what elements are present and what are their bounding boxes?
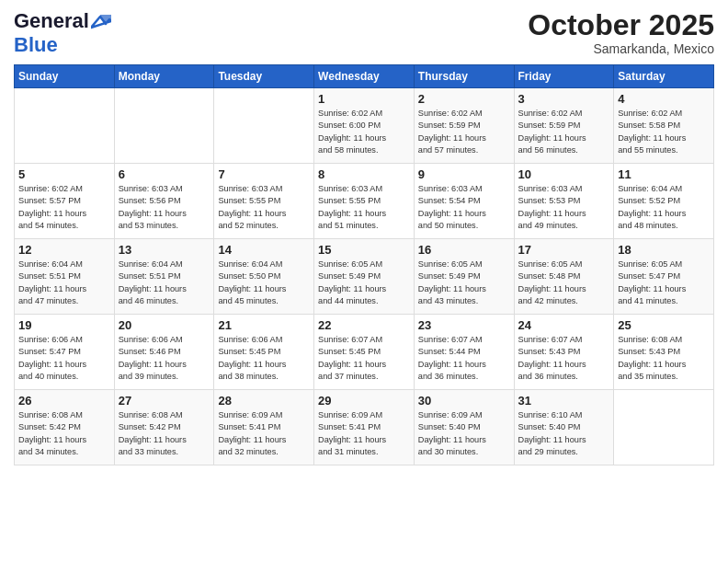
day-info: Sunrise: 6:02 AM Sunset: 5:59 PM Dayligh…	[518, 108, 610, 156]
title-block: October 2025 Samarkanda, Mexico	[528, 9, 714, 56]
header-day-thursday: Thursday	[414, 65, 514, 88]
day-cell: 7Sunrise: 6:03 AM Sunset: 5:55 PM Daylig…	[214, 164, 314, 239]
day-number: 15	[318, 243, 410, 257]
week-row-5: 26Sunrise: 6:08 AM Sunset: 5:42 PM Dayli…	[15, 390, 714, 465]
day-cell: 29Sunrise: 6:09 AM Sunset: 5:41 PM Dayli…	[314, 390, 415, 465]
week-row-2: 5Sunrise: 6:02 AM Sunset: 5:57 PM Daylig…	[15, 164, 714, 239]
day-number: 14	[218, 243, 310, 257]
day-cell: 19Sunrise: 6:06 AM Sunset: 5:47 PM Dayli…	[15, 315, 115, 390]
logo: General Blue	[14, 9, 111, 57]
day-number: 17	[518, 243, 610, 257]
day-cell: 9Sunrise: 6:03 AM Sunset: 5:54 PM Daylig…	[414, 164, 514, 239]
day-number: 6	[119, 167, 210, 181]
month-title: October 2025	[528, 9, 714, 41]
header-day-wednesday: Wednesday	[314, 65, 415, 88]
day-info: Sunrise: 6:02 AM Sunset: 6:00 PM Dayligh…	[318, 108, 410, 156]
logo-blue: Blue	[14, 33, 58, 56]
week-row-1: 1Sunrise: 6:02 AM Sunset: 6:00 PM Daylig…	[15, 88, 714, 164]
header-day-saturday: Saturday	[614, 65, 714, 88]
day-info: Sunrise: 6:03 AM Sunset: 5:53 PM Dayligh…	[518, 183, 610, 232]
day-cell: 17Sunrise: 6:05 AM Sunset: 5:48 PM Dayli…	[514, 239, 614, 315]
day-number: 10	[518, 167, 610, 181]
day-info: Sunrise: 6:02 AM Sunset: 5:59 PM Dayligh…	[418, 108, 510, 156]
day-number: 5	[18, 167, 110, 181]
day-cell: 1Sunrise: 6:02 AM Sunset: 6:00 PM Daylig…	[314, 88, 415, 164]
day-info: Sunrise: 6:09 AM Sunset: 5:40 PM Dayligh…	[418, 409, 510, 458]
day-info: Sunrise: 6:04 AM Sunset: 5:51 PM Dayligh…	[18, 259, 110, 307]
day-cell: 10Sunrise: 6:03 AM Sunset: 5:53 PM Dayli…	[514, 164, 614, 239]
day-number: 22	[318, 318, 410, 332]
day-info: Sunrise: 6:08 AM Sunset: 5:42 PM Dayligh…	[119, 409, 210, 458]
day-cell: 23Sunrise: 6:07 AM Sunset: 5:44 PM Dayli…	[414, 315, 514, 390]
day-number: 26	[18, 394, 110, 408]
day-cell: 8Sunrise: 6:03 AM Sunset: 5:55 PM Daylig…	[314, 164, 415, 239]
day-info: Sunrise: 6:06 AM Sunset: 5:46 PM Dayligh…	[119, 334, 210, 383]
logo-general: General	[14, 9, 89, 33]
day-info: Sunrise: 6:03 AM Sunset: 5:56 PM Dayligh…	[119, 183, 210, 232]
day-number: 8	[318, 167, 410, 181]
day-info: Sunrise: 6:06 AM Sunset: 5:47 PM Dayligh…	[18, 334, 110, 383]
day-number: 25	[618, 318, 710, 332]
day-cell: 14Sunrise: 6:04 AM Sunset: 5:50 PM Dayli…	[214, 239, 314, 315]
day-number: 13	[119, 243, 210, 257]
day-number: 12	[18, 243, 110, 257]
day-info: Sunrise: 6:04 AM Sunset: 5:50 PM Dayligh…	[218, 259, 310, 307]
page-container: General Blue October 2025 Samarkanda, Me…	[0, 0, 728, 475]
day-number: 7	[218, 167, 310, 181]
logo-icon	[91, 15, 111, 29]
day-cell: 24Sunrise: 6:07 AM Sunset: 5:43 PM Dayli…	[514, 315, 614, 390]
calendar-table: SundayMondayTuesdayWednesdayThursdayFrid…	[14, 64, 714, 465]
day-info: Sunrise: 6:03 AM Sunset: 5:54 PM Dayligh…	[418, 183, 510, 232]
day-cell	[614, 390, 714, 465]
day-info: Sunrise: 6:06 AM Sunset: 5:45 PM Dayligh…	[218, 334, 310, 383]
day-info: Sunrise: 6:10 AM Sunset: 5:40 PM Dayligh…	[518, 409, 610, 458]
day-cell: 20Sunrise: 6:06 AM Sunset: 5:46 PM Dayli…	[114, 315, 214, 390]
day-info: Sunrise: 6:08 AM Sunset: 5:43 PM Dayligh…	[618, 334, 710, 383]
day-cell: 11Sunrise: 6:04 AM Sunset: 5:52 PM Dayli…	[614, 164, 714, 239]
day-cell: 13Sunrise: 6:04 AM Sunset: 5:51 PM Dayli…	[114, 239, 214, 315]
day-number: 28	[218, 394, 310, 408]
day-info: Sunrise: 6:03 AM Sunset: 5:55 PM Dayligh…	[318, 183, 410, 232]
header-day-monday: Monday	[114, 65, 214, 88]
day-info: Sunrise: 6:04 AM Sunset: 5:51 PM Dayligh…	[119, 259, 210, 307]
day-number: 9	[418, 167, 510, 181]
day-number: 29	[318, 394, 410, 408]
header-day-tuesday: Tuesday	[214, 65, 314, 88]
day-number: 1	[318, 92, 410, 106]
day-info: Sunrise: 6:05 AM Sunset: 5:48 PM Dayligh…	[518, 259, 610, 307]
day-info: Sunrise: 6:05 AM Sunset: 5:47 PM Dayligh…	[618, 259, 710, 307]
day-number: 2	[418, 92, 510, 106]
day-info: Sunrise: 6:02 AM Sunset: 5:57 PM Dayligh…	[18, 183, 110, 232]
day-info: Sunrise: 6:07 AM Sunset: 5:44 PM Dayligh…	[418, 334, 510, 383]
day-cell: 18Sunrise: 6:05 AM Sunset: 5:47 PM Dayli…	[614, 239, 714, 315]
day-cell: 16Sunrise: 6:05 AM Sunset: 5:49 PM Dayli…	[414, 239, 514, 315]
day-number: 31	[518, 394, 610, 408]
header: General Blue October 2025 Samarkanda, Me…	[14, 9, 714, 57]
day-cell: 6Sunrise: 6:03 AM Sunset: 5:56 PM Daylig…	[114, 164, 214, 239]
day-info: Sunrise: 6:08 AM Sunset: 5:42 PM Dayligh…	[18, 409, 110, 458]
day-cell: 28Sunrise: 6:09 AM Sunset: 5:41 PM Dayli…	[214, 390, 314, 465]
day-info: Sunrise: 6:09 AM Sunset: 5:41 PM Dayligh…	[218, 409, 310, 458]
day-number: 19	[18, 318, 110, 332]
day-info: Sunrise: 6:04 AM Sunset: 5:52 PM Dayligh…	[618, 183, 710, 232]
day-info: Sunrise: 6:09 AM Sunset: 5:41 PM Dayligh…	[318, 409, 410, 458]
day-number: 27	[119, 394, 210, 408]
day-info: Sunrise: 6:03 AM Sunset: 5:55 PM Dayligh…	[218, 183, 310, 232]
day-number: 16	[418, 243, 510, 257]
day-cell: 30Sunrise: 6:09 AM Sunset: 5:40 PM Dayli…	[414, 390, 514, 465]
day-number: 4	[618, 92, 710, 106]
day-info: Sunrise: 6:05 AM Sunset: 5:49 PM Dayligh…	[318, 259, 410, 307]
day-cell: 4Sunrise: 6:02 AM Sunset: 5:58 PM Daylig…	[614, 88, 714, 164]
day-cell	[214, 88, 314, 164]
day-info: Sunrise: 6:07 AM Sunset: 5:43 PM Dayligh…	[518, 334, 610, 383]
day-cell: 3Sunrise: 6:02 AM Sunset: 5:59 PM Daylig…	[514, 88, 614, 164]
week-row-3: 12Sunrise: 6:04 AM Sunset: 5:51 PM Dayli…	[15, 239, 714, 315]
day-number: 3	[518, 92, 610, 106]
day-number: 20	[119, 318, 210, 332]
day-number: 11	[618, 167, 710, 181]
header-day-friday: Friday	[514, 65, 614, 88]
day-info: Sunrise: 6:05 AM Sunset: 5:49 PM Dayligh…	[418, 259, 510, 307]
location: Samarkanda, Mexico	[528, 41, 714, 56]
day-number: 21	[218, 318, 310, 332]
day-cell: 5Sunrise: 6:02 AM Sunset: 5:57 PM Daylig…	[15, 164, 115, 239]
